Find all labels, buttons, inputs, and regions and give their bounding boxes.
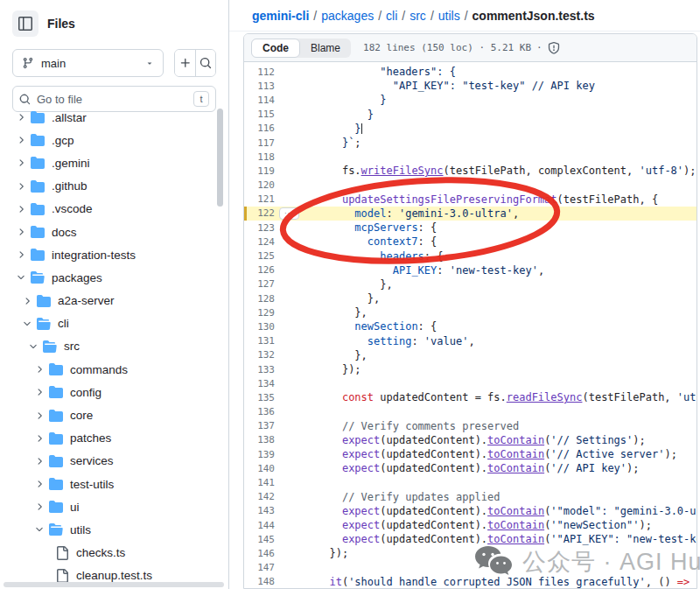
- line-number[interactable]: 117: [244, 137, 275, 149]
- code-toolbar: Code Blame 182 lines (150 loc) · 5.21 KB…: [244, 34, 696, 62]
- tree-folder-packages[interactable]: packages: [0, 266, 221, 289]
- code-line-142: 142 // Verify updates applied: [244, 490, 696, 504]
- tree-folder-docs[interactable]: docs: [0, 221, 221, 243]
- line-number[interactable]: 148: [244, 576, 275, 587]
- line-number[interactable]: 126: [244, 264, 275, 276]
- sidebar-horizontal-scrollbar[interactable]: [4, 582, 224, 587]
- tree-folder-a2a-server[interactable]: a2a-server: [0, 290, 221, 312]
- folder-icon: [49, 477, 63, 491]
- goto-file-input[interactable]: [37, 93, 187, 106]
- line-number[interactable]: 114: [244, 95, 275, 106]
- line-options-button[interactable]: ···: [279, 207, 299, 220]
- code-text: "headers": {: [317, 66, 456, 78]
- code-line-139: 139 expect(updatedContent).toContain('//…: [244, 447, 696, 461]
- sidebar-header: Files: [0, 0, 228, 44]
- search-tree-button[interactable]: [195, 50, 215, 76]
- line-number[interactable]: 123: [244, 222, 275, 234]
- line-number[interactable]: 122: [244, 207, 275, 219]
- folder-icon: [49, 362, 63, 376]
- goto-file-shortcut-key: t: [193, 91, 209, 107]
- add-file-button[interactable]: [175, 50, 195, 76]
- line-number[interactable]: 133: [244, 364, 275, 375]
- line-number[interactable]: 141: [244, 477, 275, 488]
- tree-item-label: .allstar: [52, 111, 87, 124]
- tree-folder-patches[interactable]: patches: [0, 427, 221, 450]
- line-number[interactable]: 135: [244, 392, 275, 403]
- shield-icon[interactable]: [548, 42, 560, 54]
- tree-folder-config[interactable]: config: [0, 381, 221, 403]
- tree-folder-.vscode[interactable]: .vscode: [0, 198, 221, 221]
- tab-code[interactable]: Code: [251, 39, 300, 58]
- collapse-sidebar-button[interactable]: [12, 11, 38, 37]
- line-number[interactable]: 115: [244, 109, 275, 120]
- code-text: },: [317, 349, 368, 361]
- code-line-143: 143 expect(updatedContent).toContain('"m…: [244, 504, 696, 518]
- line-number[interactable]: 136: [244, 406, 275, 417]
- line-number[interactable]: 139: [244, 449, 275, 460]
- code-line-131: 131 setting: 'value',: [244, 334, 696, 348]
- line-number[interactable]: 132: [244, 349, 275, 361]
- line-number[interactable]: 129: [244, 307, 275, 319]
- line-number[interactable]: 146: [244, 548, 275, 559]
- line-number[interactable]: 128: [244, 293, 275, 305]
- line-number[interactable]: 118: [244, 151, 275, 163]
- code-text: }: [317, 94, 386, 106]
- folder-open-icon: [49, 522, 63, 536]
- tree-folder-.github[interactable]: .github: [0, 175, 221, 198]
- line-number[interactable]: 138: [244, 434, 275, 445]
- tree-folder-.gcp[interactable]: .gcp: [0, 129, 221, 151]
- tree-folder-commands[interactable]: commands: [0, 358, 221, 381]
- line-number[interactable]: 130: [244, 321, 275, 333]
- tree-folder-.gemini[interactable]: .gemini: [0, 151, 221, 174]
- breadcrumb-link-utils[interactable]: utils: [438, 9, 460, 23]
- breadcrumb-link-src[interactable]: src: [410, 9, 426, 23]
- tree-folder-cli[interactable]: cli: [0, 312, 221, 335]
- search-icon: [200, 57, 212, 69]
- line-number[interactable]: 119: [244, 165, 275, 177]
- code-text: expect(updatedContent).toContain('"model…: [317, 505, 697, 517]
- tree-folder-services[interactable]: services: [0, 450, 221, 473]
- branch-selector[interactable]: main: [12, 49, 164, 77]
- sidebar-vertical-scrollbar[interactable]: [217, 109, 223, 207]
- line-number[interactable]: 127: [244, 278, 275, 290]
- line-number[interactable]: 121: [244, 193, 275, 205]
- chevron-down-icon: [34, 524, 45, 535]
- tree-item-label: config: [70, 386, 102, 399]
- breadcrumb-repo[interactable]: gemini-cli: [252, 9, 309, 23]
- code-text: }: [317, 109, 374, 121]
- line-number[interactable]: 124: [244, 236, 275, 248]
- line-number[interactable]: 113: [244, 81, 275, 92]
- code-text: }: [317, 123, 362, 135]
- tree-folder-ui[interactable]: ui: [0, 495, 221, 518]
- code-line-140: 140 expect(updatedContent).toContain('//…: [244, 461, 696, 475]
- tree-folder-src[interactable]: src: [0, 335, 221, 358]
- line-number[interactable]: 144: [244, 520, 275, 531]
- line-number[interactable]: 125: [244, 250, 275, 262]
- folder-icon: [31, 225, 45, 239]
- line-number[interactable]: 134: [244, 378, 275, 389]
- tab-blame[interactable]: Blame: [300, 39, 351, 58]
- line-number[interactable]: 120: [244, 179, 275, 191]
- tree-folder-integration-tests[interactable]: integration-tests: [0, 243, 221, 266]
- line-number[interactable]: 140: [244, 463, 275, 474]
- breadcrumb-link-cli[interactable]: cli: [386, 9, 397, 23]
- line-number[interactable]: 116: [244, 123, 275, 134]
- line-number[interactable]: 142: [244, 491, 275, 502]
- tree-folder-utils[interactable]: utils: [0, 518, 221, 541]
- breadcrumb-link-packages[interactable]: packages: [321, 9, 374, 23]
- line-number[interactable]: 131: [244, 335, 275, 347]
- tree-folder-.allstar[interactable]: .allstar: [0, 106, 221, 129]
- tree-folder-test-utils[interactable]: test-utils: [0, 473, 221, 495]
- line-number[interactable]: 145: [244, 534, 275, 545]
- breadcrumb-separator: /: [397, 9, 410, 23]
- tree-folder-core[interactable]: core: [0, 403, 221, 426]
- line-number[interactable]: 143: [244, 505, 275, 516]
- line-number[interactable]: 112: [244, 67, 275, 78]
- code-text: },: [317, 278, 393, 291]
- chevron-right-icon: [16, 227, 26, 237]
- tree-file-checks.ts[interactable]: checks.ts: [0, 542, 221, 564]
- folder-icon: [31, 133, 45, 147]
- meta-separator: ·: [536, 42, 542, 53]
- line-number[interactable]: 137: [244, 420, 275, 431]
- line-number[interactable]: 147: [244, 562, 275, 573]
